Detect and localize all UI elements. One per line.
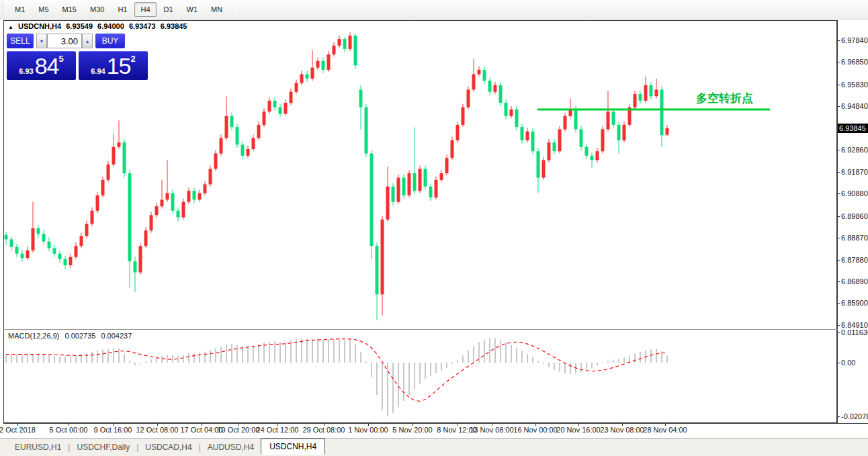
- buy-price-main: 15: [107, 53, 131, 79]
- price-tick: [838, 193, 840, 194]
- terminal-window: M1M5M15M30H1H4D1W1MN 多空转折点 ▲ USDCNH,H4 6…: [0, 0, 868, 456]
- price-axis-label: 6.97840: [841, 36, 868, 44]
- time-axis-label: 20 Nov 16:00: [556, 426, 600, 434]
- annotation-label[interactable]: 多空转折点: [696, 91, 753, 105]
- timeframe-button-MN[interactable]: MN: [205, 2, 228, 17]
- tab-AUDUSD-H4[interactable]: AUDUSD,H4: [201, 441, 261, 454]
- time-axis-label: 24 Oct 12:00: [257, 426, 299, 434]
- price-tick: [838, 85, 840, 85]
- price-tick: [838, 216, 840, 217]
- macd-value: 0.002735: [64, 332, 95, 340]
- time-axis-label: 19 Oct 20:00: [218, 426, 260, 434]
- ohlc-high: 6.94000: [97, 22, 124, 30]
- timeframe-button-H1[interactable]: H1: [112, 2, 133, 17]
- time-axis-label: 12 Oct 08:00: [136, 426, 179, 434]
- macd-chart-svg: [3, 330, 837, 423]
- macd-axis-label: 0.011636: [841, 328, 868, 336]
- price-axis-label: 6.90880: [841, 189, 868, 197]
- timeframe-buttons: M1M5M15M30H1H4D1W1MN: [8, 2, 229, 17]
- tab-EURUSD-H1[interactable]: EURUSD,H1: [8, 441, 68, 454]
- price-axis-label: 6.95830: [841, 81, 868, 89]
- timeframe-button-H4[interactable]: H4: [134, 2, 156, 17]
- macd-axis-label: -0.020788: [841, 412, 868, 420]
- price-tick: [838, 325, 840, 326]
- price-axis-label: 6.94840: [841, 102, 868, 110]
- price-axis-label: 6.89860: [841, 212, 868, 220]
- time-axis-label: 2 Oct 2018: [0, 426, 36, 434]
- ohlc-low: 6.93473: [129, 22, 156, 30]
- price-tick: [838, 281, 840, 282]
- sell-price-panel[interactable]: 6.93 84 5: [7, 51, 76, 80]
- chart-macd-splitter[interactable]: [3, 329, 868, 330]
- timeframe-button-M1[interactable]: M1: [9, 2, 31, 17]
- macd-signal-value: 0.004237: [101, 332, 132, 340]
- chart-symbol: USDCNH,H4: [18, 22, 61, 30]
- sell-price-sup: 5: [59, 54, 64, 64]
- collapse-icon[interactable]: ▲: [8, 24, 13, 30]
- macd-signal-line: [6, 339, 667, 402]
- volume-decrease-button[interactable]: ▼: [36, 34, 47, 48]
- symbol-tab-bar: EURUSD,H1|USDCHF,Daily|USDCAD,H4|AUDUSD,…: [0, 438, 868, 456]
- sell-button[interactable]: SELL: [7, 34, 34, 48]
- timeframe-button-M15[interactable]: M15: [56, 2, 83, 17]
- time-axis-label: 16 Nov 00:00: [513, 426, 557, 434]
- current-price-tag: 6.93845: [838, 124, 868, 133]
- time-axis-label: 1 Nov 00:00: [348, 426, 388, 434]
- price-axis-label: 6.88870: [841, 234, 868, 242]
- tab-USDCAD-H4[interactable]: USDCAD,H4: [138, 441, 198, 454]
- price-tick: [838, 150, 840, 150]
- ohlc-close: 6.93845: [161, 22, 187, 30]
- buy-price-small: 6.94: [91, 67, 105, 75]
- timeframe-button-D1[interactable]: D1: [158, 2, 179, 17]
- buy-price-sup: 2: [131, 54, 136, 64]
- time-axis-label: 5 Oct 00:00: [50, 426, 88, 434]
- time-axis-label: 17 Oct 04:00: [181, 426, 223, 434]
- timeframe-button-M5[interactable]: M5: [32, 2, 54, 17]
- price-tick: [838, 260, 840, 261]
- time-axis-label: 9 Oct 16:00: [94, 426, 132, 434]
- timeframe-toolbar: M1M5M15M30H1H4D1W1MN: [0, 0, 868, 19]
- toolbar-divider: [236, 2, 236, 17]
- timeframe-button-W1[interactable]: W1: [181, 2, 204, 17]
- macd-tick: [838, 332, 840, 333]
- sell-price-main: 84: [35, 53, 59, 79]
- macd-name: MACD(12,26,9): [8, 332, 59, 340]
- macd-title: MACD(12,26,9) 0.002735 0.004237: [8, 332, 135, 340]
- time-axis-label: 29 Oct 08:00: [303, 426, 345, 434]
- time-axis-label: 28 Nov 04:00: [643, 426, 687, 434]
- price-tick: [838, 62, 840, 62]
- tab-USDCHF-Daily[interactable]: USDCHF,Daily: [70, 441, 136, 454]
- price-tick: [838, 106, 840, 107]
- price-axis-label: 6.92860: [841, 146, 868, 154]
- macd-tick: [838, 363, 840, 363]
- price-axis-label: 6.86890: [841, 277, 868, 285]
- chart-title: ▲ USDCNH,H4 6.93549 6.94000 6.93473 6.93…: [8, 22, 189, 30]
- price-axis: 6.978406.968506.958306.948406.928606.918…: [838, 20, 868, 423]
- time-axis: 2 Oct 20185 Oct 00:009 Oct 16:0012 Oct 0…: [3, 424, 868, 436]
- price-axis-label: 6.85900: [841, 299, 868, 307]
- toolbar-grip[interactable]: [1, 3, 4, 16]
- time-axis-label: 5 Nov 20:00: [392, 426, 432, 434]
- price-axis-label: 6.91870: [841, 168, 868, 176]
- buy-price-panel[interactable]: 6.94 15 2: [79, 51, 148, 80]
- price-tick: [838, 303, 840, 304]
- price-tick: [838, 40, 840, 41]
- macd-axis-label: 0.00: [841, 359, 855, 367]
- volume-increase-button[interactable]: ▲: [82, 34, 93, 48]
- volume-input[interactable]: [47, 34, 82, 48]
- price-tick: [838, 172, 840, 173]
- price-axis-label: 6.96850: [841, 58, 868, 66]
- tab-USDCNH-H4[interactable]: USDCNH,H4: [261, 439, 325, 455]
- price-tick: [838, 238, 840, 238]
- price-axis-label: 6.87880: [841, 256, 868, 264]
- time-axis-label: 23 Nov 08:00: [600, 426, 644, 434]
- buy-button[interactable]: BUY: [95, 34, 125, 48]
- sell-price-small: 6.93: [19, 67, 33, 75]
- macd-tick: [838, 416, 840, 417]
- price-axis-label: 6.84910: [841, 321, 868, 329]
- timeframe-button-M30[interactable]: M30: [84, 2, 110, 17]
- ohlc-open: 6.93549: [66, 22, 93, 30]
- time-axis-label: 13 Nov 08:00: [470, 426, 513, 434]
